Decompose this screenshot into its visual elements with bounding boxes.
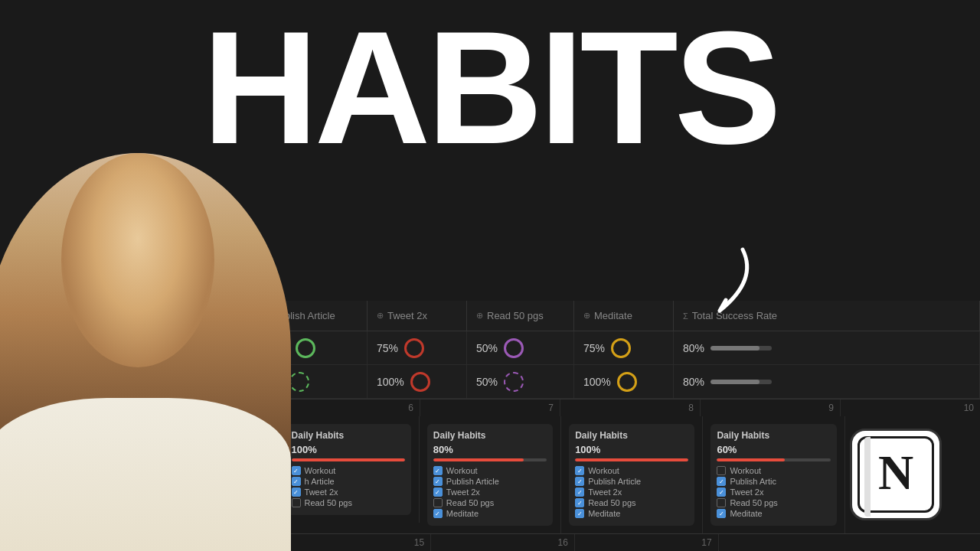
list-item: Tweet 2x <box>433 487 547 497</box>
list-item: Tweet 2x <box>292 487 405 497</box>
cal-progress-col8 <box>575 458 688 461</box>
checkbox <box>292 498 301 507</box>
ring-tweet-tuesday <box>410 372 430 392</box>
list-item: Tweet 2x <box>717 487 830 497</box>
col-header-read: ⊕ Read 50 pgs <box>467 301 574 331</box>
checkbox <box>575 487 584 497</box>
ring-read-monday <box>504 338 524 358</box>
person-image <box>0 153 291 551</box>
list-item: h Article <box>292 477 405 486</box>
checkbox <box>717 498 726 507</box>
notion-n-letter: N <box>878 445 913 501</box>
cal-progress-col7 <box>433 458 547 461</box>
cell-meditate-tuesday: 100% <box>574 365 674 398</box>
ring-publish-tuesday <box>289 372 309 392</box>
cell-total-tuesday: 80% <box>674 365 980 398</box>
checkbox <box>717 477 726 486</box>
habits-title: HABITS <box>0 0 980 168</box>
arrow-annotation <box>643 242 766 337</box>
cal-progress-col6 <box>292 458 405 461</box>
progress-bar-tuesday <box>710 380 772 384</box>
list-item: Workout <box>575 466 688 475</box>
ring-meditate-monday <box>611 338 631 358</box>
cell-read-tuesday: 50% <box>467 365 574 398</box>
cell-tweet-monday: 75% <box>368 331 467 364</box>
checkbox <box>717 509 726 518</box>
progress-bar-monday <box>710 346 772 350</box>
checkbox <box>292 487 301 497</box>
col-header-tweet: ⊕ Tweet 2x <box>368 301 467 331</box>
list-item: Tweet 2x <box>575 487 688 497</box>
cal-progress-col9 <box>717 458 830 461</box>
checkbox <box>433 466 443 475</box>
checkbox <box>433 487 443 497</box>
list-item: Meditate <box>575 509 688 518</box>
list-item: Read 50 pgs <box>717 498 830 507</box>
checkbox <box>575 498 584 507</box>
checkbox <box>717 466 726 475</box>
list-item: Publish Artic <box>717 477 830 486</box>
notion-logo: N <box>850 429 942 520</box>
search-icon-meditate: ⊕ <box>583 311 590 321</box>
ring-tweet-monday <box>404 338 424 358</box>
checkbox <box>433 509 443 518</box>
cal-card-col7: Daily Habits 80% Workout Publish Article… <box>427 424 553 526</box>
checkbox <box>292 466 301 475</box>
cal-card-col9: Daily Habits 60% Workout Publish Artic T… <box>710 424 836 526</box>
ring-read-tuesday <box>504 372 524 392</box>
list-item: Read 50 pgs <box>433 498 547 507</box>
checkbox <box>433 498 443 507</box>
checkbox <box>292 477 301 486</box>
list-item: Read 50 pgs <box>575 498 688 507</box>
checkbox <box>575 466 584 475</box>
list-item: Workout <box>717 466 830 475</box>
list-item: Meditate <box>717 509 830 518</box>
list-item: Workout <box>433 466 547 475</box>
checkbox <box>575 477 584 486</box>
cal-card-col8: Daily Habits 100% Workout Publish Articl… <box>569 424 694 526</box>
search-icon-read: ⊕ <box>476 311 483 321</box>
list-item: Workout <box>292 466 405 475</box>
ring-meditate-tuesday <box>617 372 637 392</box>
list-item: Meditate <box>433 509 547 518</box>
list-item: Read 50 pgs <box>292 498 405 507</box>
list-item: Publish Article <box>575 477 688 486</box>
cell-tweet-tuesday: 100% <box>368 365 467 398</box>
search-icon-tweet: ⊕ <box>377 311 384 321</box>
checkbox <box>717 487 726 497</box>
cell-read-monday: 50% <box>467 331 574 364</box>
list-item: Publish Article <box>433 477 547 486</box>
ring-publish-monday <box>296 338 315 358</box>
checkbox <box>575 509 584 518</box>
cal-card-col6: Daily Habits 100% Workout h Article Twee… <box>286 424 411 515</box>
checkbox <box>433 477 443 486</box>
